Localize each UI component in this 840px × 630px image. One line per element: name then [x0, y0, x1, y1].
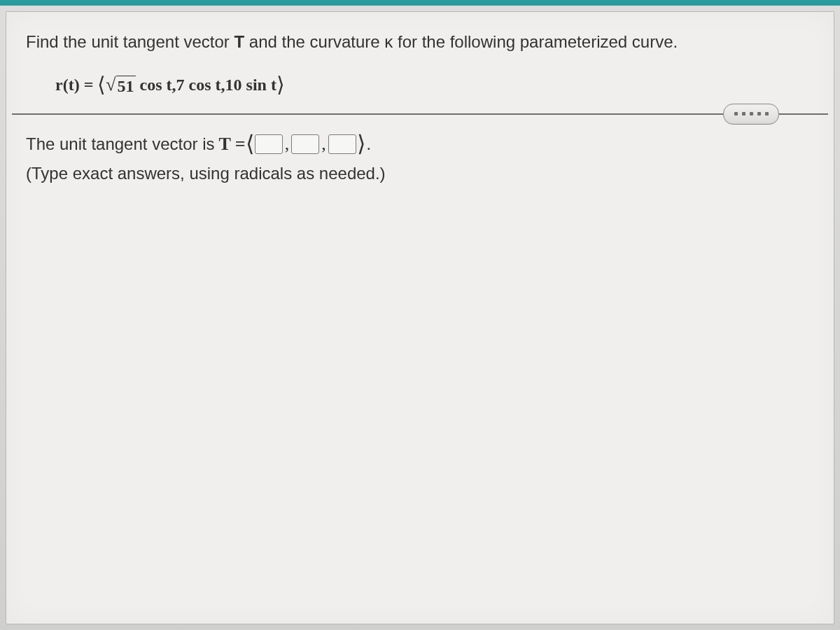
answer-lead-text: The unit tangent vector is	[26, 132, 214, 157]
answer-input-3[interactable]	[328, 134, 356, 154]
question-prompt: Find the unit tangent vector T and the c…	[6, 12, 834, 54]
top-accent-bar	[0, 0, 840, 6]
dot-icon	[765, 112, 769, 115]
answer-tuple: T = ⟨ , , ⟩ .	[214, 127, 370, 161]
angle-bracket-right: ⟩	[276, 73, 285, 96]
answer-input-1[interactable]	[255, 134, 283, 154]
sqrt-argument: 51	[116, 76, 136, 97]
divider-row	[12, 113, 828, 115]
window-frame: Find the unit tangent vector T and the c…	[0, 0, 840, 630]
eq-term2: 7 cos t,	[176, 76, 225, 94]
dot-icon	[750, 112, 753, 115]
eq-term3: 10 sin t	[225, 76, 276, 94]
parameterized-curve-equation: r(t) = ⟨√51 cos t,7 cos t,10 sin t⟩	[6, 54, 834, 113]
sqrt-expression: √51	[106, 76, 135, 97]
tuple-bracket-left: ⟨	[246, 127, 254, 160]
prompt-text-mid2: for the following parameterized curve.	[393, 32, 678, 51]
more-options-button[interactable]	[723, 104, 779, 125]
prompt-text-pre: Find the unit tangent vector	[26, 32, 234, 51]
sqrt-icon: √	[106, 76, 115, 94]
kappa-symbol: κ	[384, 32, 393, 51]
horizontal-divider	[12, 113, 828, 115]
answer-area: The unit tangent vector is T = ⟨ , , ⟩ .…	[6, 115, 834, 186]
eq-term1-after: cos t,	[136, 76, 176, 94]
tangent-symbol: T	[234, 32, 245, 51]
tuple-comma-1: ,	[284, 130, 291, 158]
prompt-text-mid1: and the curvature	[244, 32, 384, 51]
answer-input-2[interactable]	[291, 134, 319, 154]
tuple-bracket-right: ⟩	[357, 127, 365, 160]
answer-period: .	[365, 132, 371, 157]
question-panel: Find the unit tangent vector T and the c…	[6, 11, 834, 624]
eq-lhs: r(t) =	[55, 76, 97, 94]
dot-icon	[757, 112, 761, 115]
dot-icon	[734, 112, 738, 115]
angle-bracket-left: ⟨	[97, 73, 106, 96]
answer-hint: (Type exact answers, using radicals as n…	[26, 161, 814, 186]
tuple-comma-2: ,	[320, 130, 328, 158]
dot-icon	[742, 112, 746, 115]
answer-line: The unit tangent vector is T = ⟨ , , ⟩ .	[26, 127, 814, 161]
T-equals: T =	[214, 130, 245, 158]
